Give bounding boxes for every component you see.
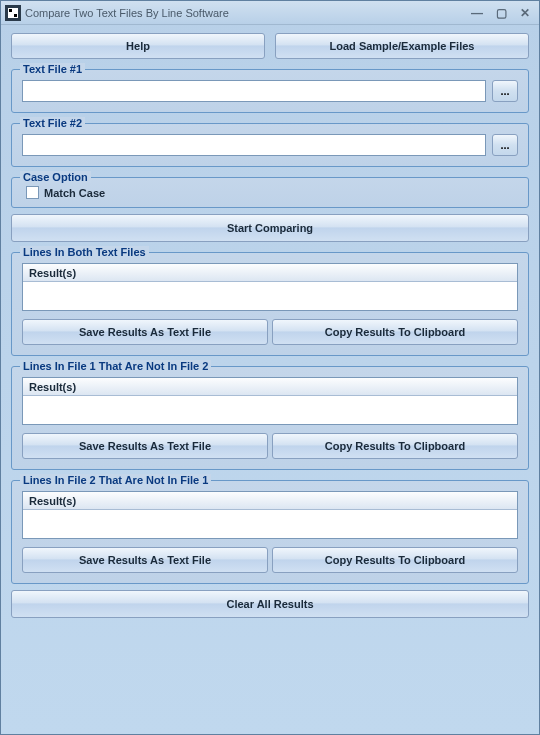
maximize-button[interactable]: ▢ bbox=[491, 6, 511, 20]
case-option-legend: Case Option bbox=[20, 171, 91, 183]
both-copy-button[interactable]: Copy Results To Clipboard bbox=[272, 319, 518, 345]
match-case-label: Match Case bbox=[44, 187, 105, 199]
only1-buttons-row: Save Results As Text File Copy Results T… bbox=[22, 433, 518, 459]
clear-all-results-button[interactable]: Clear All Results bbox=[11, 590, 529, 618]
only-file2-legend: Lines In File 2 That Are Not In File 1 bbox=[20, 474, 211, 486]
window-controls: — ▢ ✕ bbox=[467, 6, 535, 20]
only-file1-legend: Lines In File 1 That Are Not In File 2 bbox=[20, 360, 211, 372]
file1-input[interactable] bbox=[22, 80, 486, 102]
only1-results-header: Result(s) bbox=[23, 378, 517, 396]
only2-results-header: Result(s) bbox=[23, 492, 517, 510]
both-files-group: Lines In Both Text Files Result(s) Save … bbox=[11, 252, 529, 356]
both-save-button[interactable]: Save Results As Text File bbox=[22, 319, 268, 345]
only2-copy-button[interactable]: Copy Results To Clipboard bbox=[272, 547, 518, 573]
file2-group: Text File #2 ... bbox=[11, 123, 529, 167]
file1-legend: Text File #1 bbox=[20, 63, 85, 75]
titlebar: Compare Two Text Files By Line Software … bbox=[1, 1, 539, 25]
case-option-group: Case Option Match Case bbox=[11, 177, 529, 208]
only1-copy-button[interactable]: Copy Results To Clipboard bbox=[272, 433, 518, 459]
top-buttons-row: Help Load Sample/Example Files bbox=[11, 33, 529, 59]
both-files-legend: Lines In Both Text Files bbox=[20, 246, 149, 258]
load-sample-button[interactable]: Load Sample/Example Files bbox=[275, 33, 529, 59]
only2-buttons-row: Save Results As Text File Copy Results T… bbox=[22, 547, 518, 573]
file1-browse-button[interactable]: ... bbox=[492, 80, 518, 102]
start-comparing-button[interactable]: Start Comparing bbox=[11, 214, 529, 242]
match-case-checkbox[interactable] bbox=[26, 186, 39, 199]
file2-browse-button[interactable]: ... bbox=[492, 134, 518, 156]
app-icon bbox=[5, 5, 21, 21]
only2-results-list[interactable]: Result(s) bbox=[22, 491, 518, 539]
help-button[interactable]: Help bbox=[11, 33, 265, 59]
both-results-header: Result(s) bbox=[23, 264, 517, 282]
only-file2-group: Lines In File 2 That Are Not In File 1 R… bbox=[11, 480, 529, 584]
app-window: Compare Two Text Files By Line Software … bbox=[0, 0, 540, 735]
only2-save-button[interactable]: Save Results As Text File bbox=[22, 547, 268, 573]
svg-rect-2 bbox=[14, 14, 17, 17]
close-button[interactable]: ✕ bbox=[515, 6, 535, 20]
client-area: Help Load Sample/Example Files Text File… bbox=[1, 25, 539, 626]
svg-rect-1 bbox=[9, 9, 12, 12]
file2-legend: Text File #2 bbox=[20, 117, 85, 129]
only-file1-group: Lines In File 1 That Are Not In File 2 R… bbox=[11, 366, 529, 470]
file2-input[interactable] bbox=[22, 134, 486, 156]
file2-row: ... bbox=[22, 134, 518, 156]
both-results-list[interactable]: Result(s) bbox=[22, 263, 518, 311]
file1-group: Text File #1 ... bbox=[11, 69, 529, 113]
minimize-button[interactable]: — bbox=[467, 6, 487, 20]
file1-row: ... bbox=[22, 80, 518, 102]
match-case-row: Match Case bbox=[20, 184, 520, 201]
window-title: Compare Two Text Files By Line Software bbox=[25, 7, 467, 19]
only1-save-button[interactable]: Save Results As Text File bbox=[22, 433, 268, 459]
both-buttons-row: Save Results As Text File Copy Results T… bbox=[22, 319, 518, 345]
only1-results-list[interactable]: Result(s) bbox=[22, 377, 518, 425]
